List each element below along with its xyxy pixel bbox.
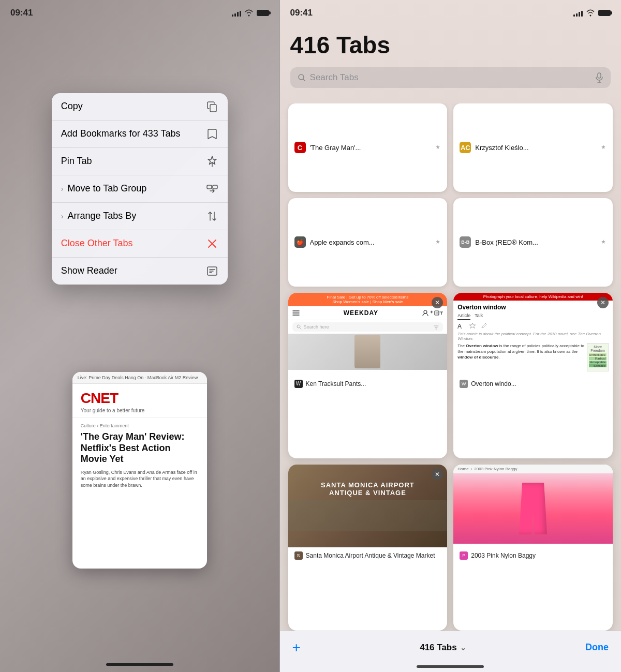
- wifi-icon-right: [586, 9, 595, 17]
- wiki-edit-icon: [480, 322, 487, 330]
- weekday-nav: WEEKDAY: [288, 306, 448, 320]
- bbox-tab-icon: B-B: [460, 236, 471, 248]
- santa-image: [288, 500, 448, 531]
- home-indicator-left: [106, 663, 173, 666]
- tab-card-pink-pants[interactable]: Home › 2003 Pink Nylon Baggy P 2003 Pink…: [453, 465, 613, 631]
- signal-bars-left: [232, 9, 241, 17]
- wiki-article-tab: Article: [457, 313, 470, 320]
- pants-nav: Home › 2003 Pink Nylon Baggy: [453, 465, 613, 473]
- tabs-switcher-button[interactable]: 416 Tabs ⌄: [420, 643, 466, 653]
- r-signal-bar-3: [579, 12, 580, 17]
- pinned-tab-krzysztof[interactable]: AC Krzysztof Kieślo...: [453, 103, 613, 192]
- weekday-person-shape: [354, 335, 380, 368]
- weekday-model-image: [288, 334, 448, 370]
- wiki-body-text: The Overton window is the range of polic…: [457, 343, 585, 361]
- wiki-warning: Photograph your local culture, help Wiki…: [453, 293, 613, 301]
- wiki-content: Photograph your local culture, help Wiki…: [453, 293, 613, 376]
- weekday-user-icons: [422, 309, 443, 317]
- weekday-favicon: W: [294, 380, 303, 388]
- r-signal-bar-4: [581, 11, 583, 17]
- cnet-top-bar: Live: Prime Day Deals Hang On · MacBook …: [72, 372, 207, 384]
- menu-item-move-tab-group[interactable]: › Move to Tab Group: [52, 175, 228, 203]
- new-tab-button[interactable]: +: [292, 639, 301, 656]
- wiki-tabs-row: Article Talk: [457, 313, 609, 320]
- menu-item-add-bookmarks[interactable]: Add Bookmarks for 433 Tabs: [52, 121, 228, 148]
- status-icons-right: [573, 9, 611, 17]
- show-reader-label: Show Reader: [61, 265, 117, 277]
- svg-rect-1: [207, 185, 212, 189]
- pin-icon-apple: [435, 239, 441, 245]
- show-reader-icon: [206, 265, 218, 277]
- cnet-tab-icon: C: [294, 142, 306, 153]
- search-bar[interactable]: Search Tabs: [290, 67, 611, 88]
- pants-category: 2003 Pink Nylon Baggy: [474, 467, 517, 471]
- pants-favicon: P: [460, 551, 468, 560]
- tabs-header: 416 Tabs Search Tabs: [280, 31, 621, 88]
- wikipedia-footer: W Overton windo...: [453, 376, 613, 392]
- wiki-lang-icon: A: [457, 322, 465, 330]
- bbox-title: B-Box (RED® Kom...: [475, 238, 596, 246]
- close-btn-weekday[interactable]: ✕: [432, 297, 443, 308]
- overton-chart: More Freedom Unthinkable Radical Accepta…: [587, 343, 609, 371]
- context-menu: Copy Add Bookmarks for 433 Tabs Pin Tab …: [52, 93, 228, 285]
- pin-icon-gray-man: [435, 144, 441, 151]
- weekday-logo: WEEKDAY: [303, 309, 420, 317]
- menu-item-arrange-tabs[interactable]: › Arrange Tabs By: [52, 203, 228, 230]
- bookmark-icon: [206, 128, 218, 140]
- search-placeholder: Search Tabs: [310, 72, 591, 83]
- svg-point-8: [297, 325, 300, 328]
- menu-item-close-other-tabs[interactable]: Close Other Tabs: [52, 230, 228, 258]
- menu-item-pin-tab[interactable]: Pin Tab: [52, 148, 228, 175]
- pinned-tab-bbox[interactable]: B-B B-Box (RED® Kom...: [453, 198, 613, 287]
- menu-item-show-reader[interactable]: Show Reader: [52, 258, 228, 285]
- tabs-count-label: 416 Tabs: [420, 643, 457, 653]
- move-chevron: ›: [61, 185, 64, 193]
- pinned-row-1: C 'The Gray Man'... AC Krzysztof Kieślo.…: [288, 103, 613, 192]
- done-button[interactable]: Done: [585, 642, 609, 653]
- pinned-row-2: 🍎 Apple expands com... B-B B-Box (RED® K…: [288, 198, 613, 287]
- weekday-content: Final Sale | Get up to 70% off selected …: [288, 293, 448, 376]
- wikipedia-favicon: W: [460, 380, 468, 388]
- wiki-icons: A: [457, 322, 609, 330]
- signal-bar-1: [232, 14, 233, 17]
- tab-card-santa-monica[interactable]: ✕ SANTA MONICA AIRPORTANTIQUE & VINTAGE …: [288, 465, 448, 631]
- wiki-note: This article is about the political conc…: [457, 332, 609, 341]
- pinned-tab-apple[interactable]: 🍎 Apple expands com...: [288, 198, 448, 287]
- status-icons-left: [232, 9, 269, 17]
- close-other-tabs-icon: [206, 237, 218, 250]
- time-left: 09:41: [10, 8, 33, 18]
- add-bookmarks-label: Add Bookmarks for 433 Tabs: [61, 128, 181, 140]
- gray-man-title: 'The Gray Man'...: [310, 144, 431, 152]
- weekday-promo: Final Sale | Get up to 70% off selected …: [288, 293, 448, 306]
- wiki-talk-tab: Talk: [475, 313, 483, 320]
- svg-rect-2: [213, 185, 217, 189]
- santa-favicon: S: [294, 551, 303, 560]
- svg-text:A: A: [457, 323, 462, 330]
- ac-tab-icon: AC: [460, 142, 471, 153]
- tab-card-weekday[interactable]: ✕ Final Sale | Get up to 70% off selecte…: [288, 293, 448, 459]
- pin-icon-krzysztof: [600, 144, 607, 151]
- weekday-title: Ken Tracksuit Pants...: [306, 380, 441, 387]
- r-signal-bar-1: [573, 14, 575, 17]
- pants-image: [453, 473, 613, 544]
- close-other-tabs-label: Close Other Tabs: [61, 238, 133, 249]
- pants-content: Home › 2003 Pink Nylon Baggy: [453, 465, 613, 547]
- weekday-menu-icon: [292, 310, 300, 316]
- wifi-icon-left: [244, 9, 254, 17]
- pin-icon-bbox: [600, 239, 607, 245]
- cnet-article-desc: Ryan Gosling, Chris Evans and Ana de Arm…: [72, 469, 207, 489]
- menu-item-copy[interactable]: Copy: [52, 93, 228, 121]
- cnet-tagline: Your guide to a better future: [81, 408, 199, 413]
- svg-rect-5: [598, 73, 601, 78]
- close-btn-wikipedia[interactable]: ✕: [597, 297, 609, 308]
- tab-grid: C 'The Gray Man'... AC Krzysztof Kieślo.…: [280, 103, 621, 631]
- pinned-tab-gray-man[interactable]: C 'The Gray Man'...: [288, 103, 448, 192]
- background-tab-preview: Live: Prime Day Deals Hang On · MacBook …: [72, 372, 207, 569]
- signal-bar-2: [234, 13, 236, 17]
- apple-title: Apple expands com...: [310, 238, 431, 246]
- time-right: 09:41: [290, 8, 313, 18]
- wikipedia-title: Overton windo...: [471, 380, 607, 387]
- tab-card-wikipedia[interactable]: ✕ Photograph your local culture, help Wi…: [453, 293, 613, 459]
- move-tab-group-label: Move to Tab Group: [67, 183, 146, 195]
- search-icon: [298, 73, 306, 82]
